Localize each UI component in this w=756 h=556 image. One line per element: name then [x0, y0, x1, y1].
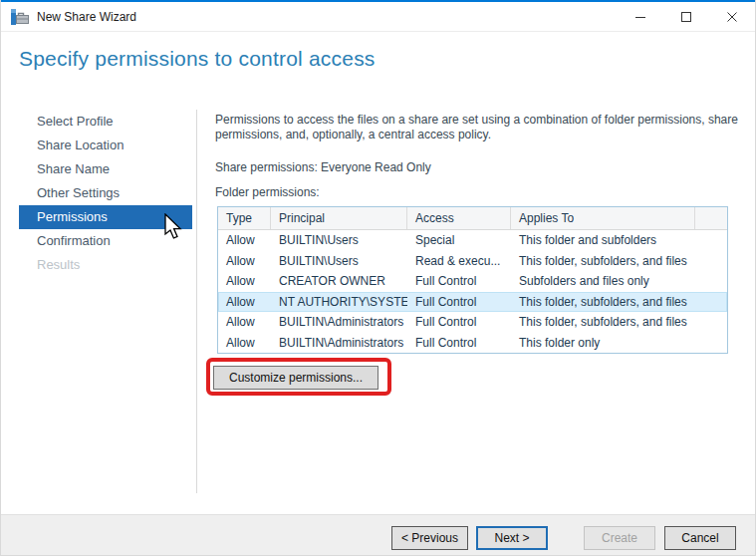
cell-principal: NT AUTHORITY\SYSTEM — [271, 292, 407, 313]
table-row[interactable]: Allow BUILTIN\Administrators Full Contro… — [218, 333, 727, 354]
cell-access: Special — [407, 230, 511, 251]
cell-type: Allow — [218, 271, 271, 292]
cancel-button[interactable]: Cancel — [664, 526, 736, 550]
close-button[interactable] — [709, 2, 755, 31]
table-row[interactable]: Allow BUILTIN\Users Read & execu... This… — [218, 251, 727, 272]
cell-access: Full Control — [407, 312, 511, 333]
sidebar-item-other-settings[interactable]: Other Settings — [19, 181, 192, 205]
next-button[interactable]: Next > — [476, 526, 548, 550]
cell-applies-to: This folder, subfolders, and files — [511, 251, 695, 272]
folder-permissions-label: Folder permissions: — [215, 185, 320, 199]
column-header-access[interactable]: Access — [407, 207, 511, 229]
cell-applies-to: Subfolders and files only — [511, 271, 695, 292]
sidebar-item-share-location[interactable]: Share Location — [19, 134, 192, 157]
table-header: Type Principal Access Applies To — [218, 207, 727, 230]
cell-type: Allow — [218, 251, 271, 272]
cell-blank — [695, 312, 727, 333]
column-header-applies-to[interactable]: Applies To — [511, 207, 695, 229]
table-row[interactable]: Allow CREATOR OWNER Full Control Subfold… — [218, 271, 727, 292]
cell-access: Full Control — [407, 292, 511, 313]
cell-type: Allow — [218, 292, 271, 313]
cell-access: Full Control — [407, 271, 511, 292]
customize-permissions-button[interactable]: Customize permissions... — [213, 366, 378, 390]
table-row[interactable]: Allow BUILTIN\Administrators Full Contro… — [218, 312, 727, 333]
cell-access: Full Control — [407, 333, 511, 354]
cell-principal: BUILTIN\Administrators — [271, 312, 407, 333]
intro-text: Permissions to access the files on a sha… — [215, 113, 748, 142]
cell-applies-to: This folder and subfolders — [511, 230, 695, 251]
app-icon — [11, 9, 29, 25]
page-title: Specify permissions to control access — [19, 47, 376, 71]
share-permissions-text: Share permissions: Everyone Read Only — [215, 160, 431, 174]
sidebar-item-results[interactable]: Results — [19, 253, 192, 277]
table-row[interactable]: Allow BUILTIN\Users Special This folder … — [218, 230, 727, 251]
cell-principal: BUILTIN\Administrators — [271, 333, 407, 354]
titlebar[interactable]: New Share Wizard — [1, 2, 755, 32]
cell-access: Read & execu... — [407, 251, 511, 272]
sidebar-item-permissions[interactable]: Permissions — [19, 205, 192, 229]
cell-type: Allow — [218, 230, 271, 251]
cell-type: Allow — [218, 333, 271, 354]
new-share-wizard-window: New Share Wizard Specify permissions to … — [0, 0, 756, 556]
cell-blank — [695, 271, 727, 292]
window-title: New Share Wizard — [37, 10, 136, 24]
column-header-blank[interactable] — [695, 207, 727, 229]
column-header-type[interactable]: Type — [218, 207, 271, 229]
folder-permissions-table: Type Principal Access Applies To Allow B… — [217, 206, 728, 354]
previous-button[interactable]: < Previous — [391, 526, 468, 550]
window-controls — [618, 2, 755, 31]
create-button[interactable]: Create — [584, 526, 655, 550]
cell-type: Allow — [218, 312, 271, 333]
cell-principal: CREATOR OWNER — [271, 271, 407, 292]
column-header-principal[interactable]: Principal — [271, 207, 407, 229]
cell-blank — [695, 251, 727, 272]
sidebar-item-select-profile[interactable]: Select Profile — [19, 110, 192, 134]
cell-applies-to: This folder only — [511, 333, 695, 354]
wizard-steps-sidebar: Select Profile Share Location Share Name… — [1, 110, 196, 277]
minimize-button[interactable] — [618, 2, 663, 31]
cell-applies-to: This folder, subfolders, and files — [511, 312, 695, 333]
cell-principal: BUILTIN\Users — [271, 251, 407, 272]
footer-bar: < Previous Next > Create Cancel — [1, 514, 755, 556]
cell-principal: BUILTIN\Users — [271, 230, 407, 251]
cell-blank — [695, 333, 727, 354]
cell-blank — [695, 292, 727, 313]
sidebar-item-share-name[interactable]: Share Name — [19, 157, 192, 181]
cell-applies-to: This folder, subfolders, and files — [511, 292, 695, 313]
sidebar-divider — [196, 110, 197, 493]
sidebar-item-confirmation[interactable]: Confirmation — [19, 229, 192, 253]
maximize-button[interactable] — [663, 2, 709, 31]
table-row-selected[interactable]: Allow NT AUTHORITY\SYSTEM Full Control T… — [218, 292, 727, 313]
cell-blank — [695, 230, 727, 251]
